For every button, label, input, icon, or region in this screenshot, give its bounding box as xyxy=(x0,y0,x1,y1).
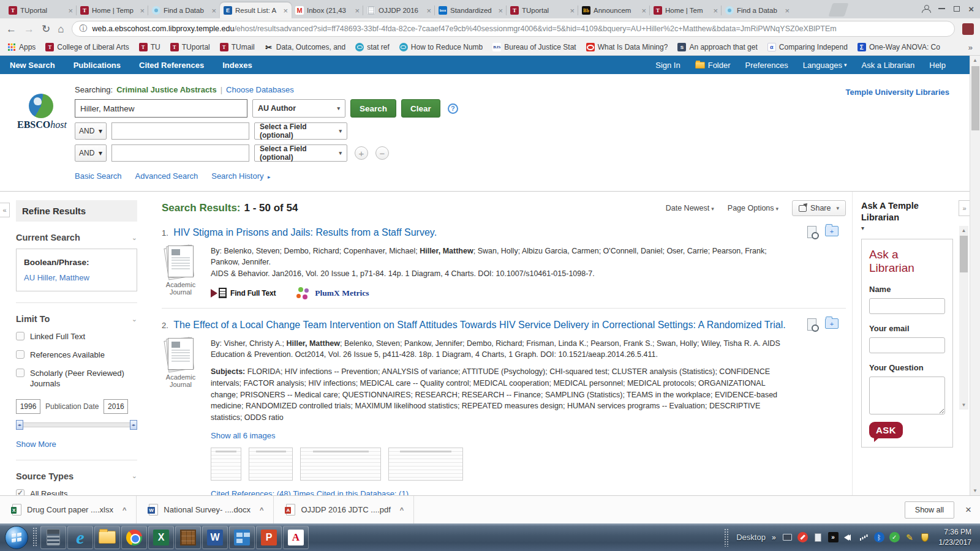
media-app-icon[interactable] xyxy=(229,526,255,549)
tab-close-icon[interactable]: × xyxy=(641,7,646,15)
tab-close-icon[interactable]: × xyxy=(140,7,145,15)
back-icon[interactable]: ← xyxy=(6,24,17,34)
tab-close-icon[interactable]: × xyxy=(498,7,503,15)
boolean-operator-select-2[interactable]: AND ▾ xyxy=(75,144,107,162)
nav-link[interactable]: New Search xyxy=(10,61,55,70)
field-select-2[interactable]: Select a Field (optional) ▾ xyxy=(254,122,347,140)
search-mode-link[interactable]: Basic Search ▸ xyxy=(75,171,122,181)
browser-tab[interactable]: Find a Datab × xyxy=(722,2,793,18)
bookmarks-overflow-icon[interactable]: » xyxy=(968,43,973,52)
tray-overflow-icon[interactable]: » xyxy=(772,533,776,542)
page-scrollbar[interactable]: ▲ ▼ xyxy=(970,56,980,495)
date-range-slider[interactable]: ◂▸ ◂▸ xyxy=(17,420,136,430)
plumx-metrics-link[interactable]: PlumX Metrics xyxy=(296,287,369,299)
slider-handle-left[interactable]: ◂▸ xyxy=(16,420,23,430)
search-button[interactable]: Search xyxy=(350,99,396,118)
panel-scrollbar[interactable]: ▲ ▼ xyxy=(959,226,968,410)
checkbox-icon[interactable] xyxy=(16,332,24,340)
nav-link[interactable]: Publications xyxy=(74,61,121,70)
close-downloads-icon[interactable]: × xyxy=(965,504,971,516)
extension-icon[interactable] xyxy=(962,23,974,35)
download-item[interactable]: OJJDP 2016 JDTC ....pdf ^ xyxy=(274,496,414,523)
search-term-input-3[interactable] xyxy=(111,144,249,162)
image-thumbnail[interactable] xyxy=(211,448,241,481)
show-all-images-link[interactable]: Show all 6 images xyxy=(211,430,788,442)
word-icon[interactable]: W xyxy=(202,526,228,549)
minimize-icon[interactable] xyxy=(938,8,945,9)
download-item[interactable]: National Survey- ....docx ^ xyxy=(137,496,274,523)
calculator-icon[interactable] xyxy=(40,526,66,549)
checkbox-icon[interactable] xyxy=(16,369,24,377)
bookmark-item[interactable]: How to Reduce Numb xyxy=(399,43,483,51)
clipboard-icon[interactable] xyxy=(813,532,823,542)
powerpoint-icon[interactable]: P xyxy=(256,526,282,549)
preview-magnifier-icon[interactable] xyxy=(807,318,816,331)
download-item[interactable]: Drug Court paper ....xlsx ^ xyxy=(0,496,137,523)
page-options-dropdown[interactable]: Page Options▾ xyxy=(728,204,778,212)
tab-close-icon[interactable]: × xyxy=(426,7,431,15)
tab-close-icon[interactable]: × xyxy=(785,7,790,15)
bluetooth-icon[interactable]: ᛒ xyxy=(874,532,884,542)
tab-close-icon[interactable]: × xyxy=(355,7,360,15)
scroll-thumb[interactable] xyxy=(960,236,968,272)
bookmark-item[interactable]: T TUmail xyxy=(220,43,255,51)
nav-utility-link[interactable]: Folder ▾ xyxy=(695,61,731,70)
bookmark-item[interactable]: α Comparing Independ xyxy=(767,43,848,51)
checkbox-icon[interactable] xyxy=(16,350,24,359)
help-icon[interactable]: ? xyxy=(448,103,458,114)
pencil-icon[interactable]: ✎ xyxy=(905,532,915,542)
scroll-up-icon[interactable]: ▲ xyxy=(970,56,980,65)
nav-utility-link[interactable]: Help ▾ xyxy=(929,61,946,70)
image-thumbnail[interactable] xyxy=(388,448,463,481)
bookmark-item[interactable]: ✂ Data, Outcomes, and xyxy=(265,43,345,51)
nav-utility-link[interactable]: Sign In ▾ xyxy=(655,61,680,70)
question-textarea[interactable] xyxy=(869,377,945,414)
forward-icon[interactable]: → xyxy=(24,24,34,34)
field-select-3[interactable]: Select a Field (optional) ▾ xyxy=(254,144,347,162)
nav-utility-link[interactable]: Preferences ▾ xyxy=(745,61,788,70)
nav-link[interactable]: Cited References xyxy=(139,61,204,70)
source-types-section[interactable]: Source Types ⌄ xyxy=(16,471,137,481)
tab-close-icon[interactable]: × xyxy=(713,7,718,15)
image-thumbnail[interactable] xyxy=(300,448,381,481)
scroll-thumb[interactable] xyxy=(971,66,979,130)
start-button-icon[interactable] xyxy=(5,526,28,549)
taskbar-clock[interactable]: 7:36 PM 1/23/2017 xyxy=(939,527,971,547)
cited-references-link[interactable]: Cited References: (48) Times Cited in th… xyxy=(211,488,788,495)
address-bar[interactable]: ⓘ web.a.ebscohost.com.libproxy.temple.ed… xyxy=(72,21,955,37)
collapse-sidebar-icon[interactable]: « xyxy=(0,203,10,217)
browser-tab[interactable]: Bb Announcem × xyxy=(578,2,650,18)
bookmark-item[interactable]: T TU xyxy=(139,43,160,51)
limit-checkbox-row[interactable]: Linked Full Text xyxy=(16,332,137,342)
date-from-box[interactable]: 1996 xyxy=(16,399,40,414)
security-shield-icon[interactable] xyxy=(920,532,930,542)
slider-track[interactable] xyxy=(17,422,136,427)
window-close-icon[interactable]: × xyxy=(968,4,974,13)
show-all-downloads-button[interactable]: Show all xyxy=(905,501,954,519)
share-button[interactable]: Share▾ xyxy=(792,200,846,216)
name-input[interactable] xyxy=(869,298,945,314)
tab-close-icon[interactable]: × xyxy=(283,7,288,15)
blocked-status-icon[interactable] xyxy=(797,532,808,542)
ask-submit-button[interactable]: ASK xyxy=(869,422,903,438)
expand-panel-icon[interactable]: » xyxy=(959,200,970,216)
bookmark-item[interactable]: T College of Liberal Arts xyxy=(45,43,129,51)
result-title-link[interactable]: HIV Stigma in Prisons and Jails: Results… xyxy=(173,227,437,238)
bookmark-item[interactable]: Σ One-Way ANOVA: Co xyxy=(858,43,940,51)
checkbox-icon[interactable] xyxy=(16,489,24,495)
chrome-icon[interactable] xyxy=(121,526,147,549)
current-search-section[interactable]: Current Search ⌄ xyxy=(16,233,137,242)
site-info-icon[interactable]: ⓘ xyxy=(80,23,88,34)
home-icon[interactable]: ⌂ xyxy=(58,24,64,34)
email-input[interactable] xyxy=(869,337,945,353)
profile-icon[interactable] xyxy=(922,5,930,13)
chevron-up-icon[interactable]: ^ xyxy=(260,506,263,514)
scroll-down-icon[interactable]: ▼ xyxy=(970,486,980,495)
choose-databases-link[interactable]: Choose Databases xyxy=(226,85,294,94)
chevron-down-icon[interactable]: ▾ xyxy=(861,225,957,231)
scroll-down-icon[interactable]: ▼ xyxy=(959,400,968,410)
volume-icon[interactable] xyxy=(843,532,854,542)
browser-tab[interactable]: T TUportal × xyxy=(507,2,578,18)
limit-checkbox-row[interactable]: Scholarly (Peer Reviewed) Journals xyxy=(16,369,137,389)
preview-magnifier-icon[interactable] xyxy=(807,226,816,238)
